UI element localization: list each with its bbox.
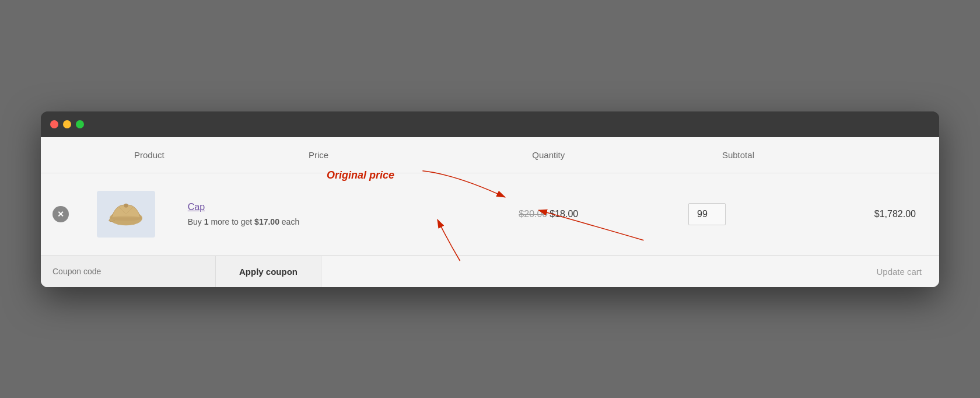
titlebar: [41, 111, 939, 137]
upsell-pre: Buy: [188, 217, 204, 226]
svg-point-1: [110, 215, 142, 221]
upsell-qty: 1: [204, 217, 209, 226]
col-product-name: Cap Buy 1 more to get $17.00 each: [176, 173, 461, 255]
cart-header: Product Price Quantity Subtotal: [41, 137, 939, 173]
quantity-input[interactable]: [688, 203, 726, 225]
col-price: $20.00$18.00: [461, 173, 636, 255]
cart-table: Product Price Quantity Subtotal ✕: [41, 137, 939, 256]
col-header-subtotal: Subtotal: [636, 137, 778, 173]
update-cart-button[interactable]: Update cart: [859, 256, 939, 287]
col-quantity: [636, 173, 778, 255]
cap-icon: [106, 197, 146, 232]
remove-item-button[interactable]: ✕: [52, 206, 69, 222]
apply-coupon-button[interactable]: Apply coupon: [216, 256, 321, 287]
minimize-button[interactable]: [63, 120, 71, 128]
col-header-product: Product: [41, 137, 176, 173]
col-image: [85, 173, 176, 255]
cart-footer: Apply coupon Update cart: [41, 256, 939, 287]
svg-point-2: [124, 203, 128, 207]
upsell-post: each: [279, 217, 299, 226]
browser-window: Product Price Quantity Subtotal ✕: [41, 111, 939, 287]
col-subtotal: $1,782.00: [778, 173, 939, 255]
cart-row: ✕: [41, 173, 939, 255]
footer-spacer: [321, 256, 859, 287]
discounted-price: $18.00: [550, 209, 578, 219]
original-price: $20.00: [519, 209, 547, 219]
coupon-code-input[interactable]: [41, 256, 216, 287]
product-image: [97, 191, 155, 238]
original-price-annotation: Original price: [327, 169, 394, 181]
content-area: Product Price Quantity Subtotal ✕: [41, 137, 939, 287]
upsell-price: $17.00: [254, 217, 279, 226]
col-remove: ✕: [41, 173, 85, 255]
upsell-text: Buy 1 more to get $17.00 each: [188, 217, 450, 226]
close-button[interactable]: [50, 120, 58, 128]
discounted-price-annotation: Discounted price: [706, 286, 791, 287]
product-name-link[interactable]: Cap: [188, 202, 450, 212]
col-header-quantity: Quantity: [461, 137, 636, 173]
maximize-button[interactable]: [76, 120, 84, 128]
col-header-price: Price: [176, 137, 461, 173]
upsell-mid: more to get: [209, 217, 255, 226]
